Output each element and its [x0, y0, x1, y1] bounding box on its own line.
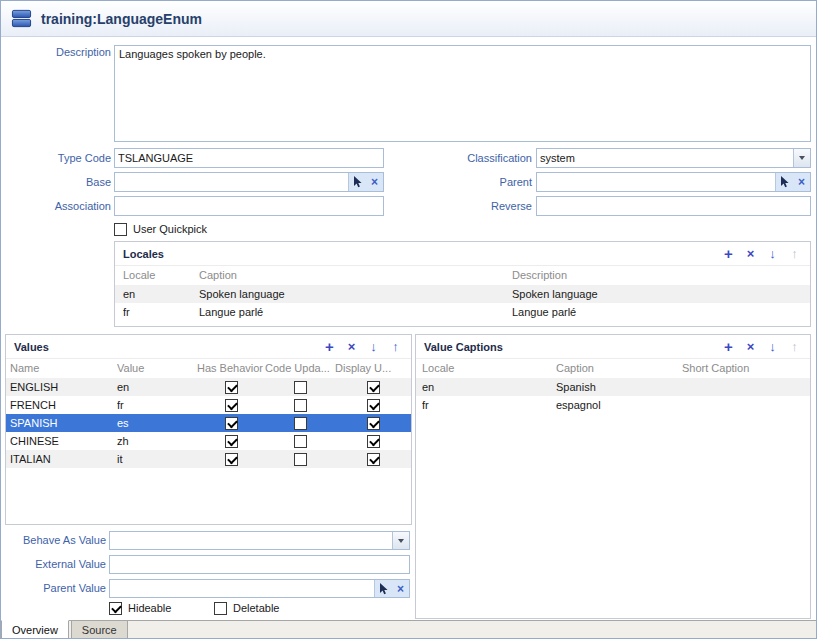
deletable-label: Deletable [233, 602, 279, 614]
values-row[interactable]: CHINESE zh [6, 432, 411, 450]
classification-label: Classification [431, 148, 532, 168]
display-checkbox[interactable] [367, 417, 380, 430]
column-header-code-update[interactable]: Code Upda... [265, 359, 335, 378]
locales-row[interactable]: en Spoken language Spoken language [115, 285, 810, 303]
parent-value-clear-icon[interactable]: × [392, 580, 409, 597]
parent-value-field: × [109, 579, 410, 598]
type-code-input[interactable] [114, 148, 384, 168]
values-add-icon[interactable]: + [322, 337, 337, 357]
name-cell: ENGLISH [10, 378, 117, 396]
deletable: Deletable [214, 601, 279, 615]
base-label: Base [9, 172, 111, 192]
values-row[interactable]: ITALIAN it [6, 450, 411, 468]
parent-value-input[interactable] [110, 580, 374, 597]
value-captions-header: Value Captions + × ↓ ↑ [416, 335, 810, 359]
values-move-down-icon[interactable]: ↓ [366, 337, 381, 357]
column-header-locale[interactable]: Locale [123, 266, 199, 285]
caption-cell: espagnol [556, 396, 682, 414]
tab-overview[interactable]: Overview [1, 620, 69, 639]
column-header-caption[interactable]: Caption [199, 266, 512, 285]
value-captions-toolbar: + × ↓ ↑ [721, 337, 802, 357]
value-cell: fr [117, 396, 197, 414]
column-header-caption[interactable]: Caption [556, 359, 682, 378]
captions-move-down-icon[interactable]: ↓ [765, 337, 780, 357]
locales-add-icon[interactable]: + [721, 244, 736, 264]
name-cell: CHINESE [10, 432, 117, 450]
classification-value: system [537, 149, 793, 167]
values-row[interactable]: SPANISH es [6, 414, 411, 432]
parent-clear-icon[interactable]: × [793, 173, 810, 191]
locales-rows: en Spoken language Spoken language fr La… [115, 285, 810, 321]
parent-pick-cursor-icon[interactable] [776, 173, 793, 191]
base-input[interactable] [115, 173, 348, 191]
column-header-display[interactable]: Display U... [335, 359, 411, 378]
description-textarea[interactable]: Languages spoken by people. [114, 45, 811, 142]
has-behavior-checkbox[interactable] [225, 399, 238, 412]
display-checkbox[interactable] [367, 435, 380, 448]
has-behavior-checkbox[interactable] [225, 417, 238, 430]
values-row[interactable]: ENGLISH en [6, 378, 411, 396]
caption-cell: Spoken language [199, 285, 512, 303]
tab-source[interactable]: Source [71, 621, 128, 639]
name-cell: FRENCH [10, 396, 117, 414]
values-delete-icon[interactable]: × [344, 337, 359, 357]
user-quickpick: User Quickpick [114, 222, 207, 236]
value-captions-panel: Value Captions + × ↓ ↑ Locale Caption Sh… [415, 334, 811, 619]
code-update-checkbox[interactable] [294, 417, 307, 430]
caption-cell: Spanish [556, 378, 682, 396]
column-header-locale[interactable]: Locale [422, 359, 556, 378]
column-header-name[interactable]: Name [10, 359, 117, 378]
classification-dropdown-icon[interactable] [793, 149, 810, 167]
association-label: Association [9, 196, 111, 216]
code-update-checkbox[interactable] [294, 435, 307, 448]
checkbox-cell [335, 450, 411, 468]
checkbox-cell [197, 414, 265, 432]
locale-cell: en [422, 378, 556, 396]
hideable-checkbox[interactable] [109, 602, 122, 615]
column-header-description[interactable]: Description [512, 266, 810, 285]
display-checkbox[interactable] [367, 381, 380, 394]
base-pick-cursor-icon[interactable] [349, 173, 366, 191]
value-captions-title: Value Captions [424, 341, 503, 353]
values-move-up-icon[interactable]: ↑ [388, 337, 403, 357]
value-captions-row[interactable]: en Spanish [416, 378, 810, 396]
user-quickpick-checkbox[interactable] [114, 223, 127, 236]
page-title: training:LanguageEnum [41, 11, 202, 27]
column-header-value[interactable]: Value [117, 359, 197, 378]
code-update-checkbox[interactable] [294, 453, 307, 466]
value-captions-column-headers: Locale Caption Short Caption [416, 359, 810, 378]
checkbox-cell [197, 378, 265, 396]
column-header-has-behavior[interactable]: Has Behavior [197, 359, 265, 378]
deletable-checkbox[interactable] [214, 602, 227, 615]
value-captions-row[interactable]: fr espagnol [416, 396, 810, 414]
locales-toolbar: + × ↓ ↑ [721, 244, 802, 264]
has-behavior-checkbox[interactable] [225, 453, 238, 466]
values-row[interactable]: FRENCH fr [6, 396, 411, 414]
captions-move-up-icon[interactable]: ↑ [787, 337, 802, 357]
behave-as-value-dropdown-icon[interactable] [392, 532, 409, 549]
base-clear-icon[interactable]: × [366, 173, 383, 191]
tab-label: Overview [12, 624, 58, 636]
behave-as-value-combo[interactable] [109, 531, 410, 550]
classification-combo[interactable]: system [536, 148, 811, 168]
association-input[interactable] [114, 196, 384, 216]
locales-move-up-icon[interactable]: ↑ [787, 244, 802, 264]
code-update-checkbox[interactable] [294, 381, 307, 394]
has-behavior-checkbox[interactable] [225, 381, 238, 394]
locales-move-down-icon[interactable]: ↓ [765, 244, 780, 264]
code-update-checkbox[interactable] [294, 399, 307, 412]
reverse-input[interactable] [536, 196, 811, 216]
captions-delete-icon[interactable]: × [743, 337, 758, 357]
display-checkbox[interactable] [367, 453, 380, 466]
value-captions-rows: en Spanish fr espagnol [416, 378, 810, 414]
captions-add-icon[interactable]: + [721, 337, 736, 357]
locales-row[interactable]: fr Langue parlé Langue parlé [115, 303, 810, 321]
locale-cell: en [123, 285, 199, 303]
has-behavior-checkbox[interactable] [225, 435, 238, 448]
locales-delete-icon[interactable]: × [743, 244, 758, 264]
external-value-input[interactable] [109, 555, 410, 574]
column-header-short-caption[interactable]: Short Caption [682, 359, 810, 378]
parent-input[interactable] [537, 173, 775, 191]
display-checkbox[interactable] [367, 399, 380, 412]
parent-value-pick-cursor-icon[interactable] [375, 580, 392, 597]
